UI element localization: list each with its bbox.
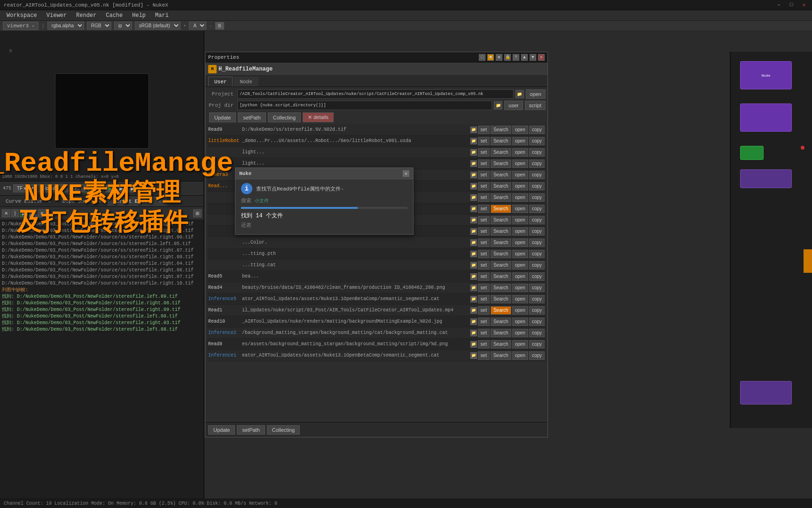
read-search-btn[interactable]: Search xyxy=(491,329,511,337)
read-search-btn[interactable]: Search xyxy=(491,148,511,157)
close-btn[interactable]: ✕ xyxy=(799,2,808,8)
read-search-btn[interactable]: Search xyxy=(491,351,511,360)
menu-workspace[interactable]: Workspace xyxy=(2,11,42,20)
read-set-btn[interactable]: set xyxy=(478,159,490,168)
read-copy-btn[interactable]: copy xyxy=(529,137,545,145)
read-folder-icon[interactable]: 📁 xyxy=(470,307,477,314)
read-copy-btn[interactable]: copy xyxy=(529,329,545,337)
read-copy-btn[interactable]: copy xyxy=(529,193,545,202)
read-search-btn[interactable]: Search xyxy=(491,284,511,292)
rgba-select[interactable]: rgba.alpha xyxy=(47,22,84,30)
read-set-btn[interactable]: set xyxy=(478,193,490,202)
read-folder-icon[interactable]: 📁 xyxy=(470,330,477,336)
read-open-btn[interactable]: open xyxy=(512,193,528,202)
read-set-btn[interactable]: set xyxy=(478,148,490,157)
read-search-btn[interactable]: Search xyxy=(491,250,511,258)
read-copy-btn[interactable]: copy xyxy=(529,227,545,236)
graph-node-green[interactable] xyxy=(740,146,764,160)
colorspace-select[interactable]: sRGB (default) xyxy=(135,22,180,30)
project-input[interactable] xyxy=(237,89,514,99)
read-search-btn[interactable]: Search xyxy=(491,171,511,179)
read-folder-icon[interactable]: 📁 xyxy=(470,183,477,190)
toolbar-active-btn[interactable]: || xyxy=(29,209,37,217)
read-folder-icon[interactable]: 📁 xyxy=(470,273,477,280)
tl-back-btn[interactable]: ◀ xyxy=(94,184,103,192)
menu-mari[interactable]: Mari xyxy=(150,11,173,20)
prop-close-icon[interactable]: ✕ xyxy=(538,54,545,61)
tl-prev-btn[interactable]: |◀ xyxy=(81,184,92,192)
bottom-setpath-btn[interactable]: setPath xyxy=(237,425,265,435)
read-copy-btn[interactable]: copy xyxy=(529,295,545,303)
read-open-btn[interactable]: open xyxy=(512,261,528,270)
read-set-btn[interactable]: set xyxy=(478,329,490,337)
tl-fwd-btn[interactable]: ▶ xyxy=(117,184,126,192)
read-search-btn[interactable]: Search xyxy=(491,216,511,224)
script-btn[interactable]: script xyxy=(525,101,546,110)
graph-node-3[interactable] xyxy=(740,169,792,188)
read-folder-icon[interactable]: 📁 xyxy=(470,239,477,246)
read-folder-icon[interactable]: 📁 xyxy=(470,206,477,212)
read-search-btn[interactable]: Search xyxy=(491,261,511,270)
tl-tf-select[interactable]: TF ▾ xyxy=(13,184,36,192)
read-folder-icon[interactable]: 📁 xyxy=(470,160,477,167)
read-folder-icon[interactable]: 📁 xyxy=(470,228,477,235)
read-search-btn[interactable]: Search xyxy=(491,340,511,349)
menu-viewer[interactable]: Viewer xyxy=(42,11,71,20)
read-folder-icon[interactable]: 📁 xyxy=(470,127,477,133)
tab-user[interactable]: User xyxy=(208,77,233,87)
read-folder-icon[interactable]: 📁 xyxy=(470,285,477,291)
bottom-update-btn[interactable]: Update xyxy=(208,425,235,435)
read-search-btn[interactable]: Search xyxy=(491,272,511,281)
read-set-btn[interactable]: set xyxy=(478,340,490,349)
read-open-btn[interactable]: open xyxy=(512,148,528,157)
prop-icon-2[interactable]: ⊞ xyxy=(496,54,502,61)
toolbar-clear-btn[interactable]: ✕ xyxy=(2,209,10,217)
prop-icon-help[interactable]: ? xyxy=(513,54,519,61)
read-set-btn[interactable]: set xyxy=(478,182,490,190)
read-open-btn[interactable]: open xyxy=(512,284,528,292)
read-open-btn[interactable]: open xyxy=(512,318,528,326)
read-open-btn[interactable]: open xyxy=(512,351,528,360)
read-folder-icon[interactable]: 📁 xyxy=(470,352,477,359)
read-set-btn[interactable]: set xyxy=(478,238,490,247)
menu-help[interactable]: Help xyxy=(127,11,150,20)
open-btn[interactable]: open xyxy=(526,89,546,99)
toolbar-run-btn[interactable]: ▶ xyxy=(20,209,28,217)
details-close-btn[interactable]: ✕ details xyxy=(303,112,334,122)
channel-select[interactable]: A xyxy=(189,22,206,30)
graph-node-bottom[interactable] xyxy=(740,381,792,405)
toolbar-close2-btn[interactable]: ✕ xyxy=(38,209,46,217)
read-copy-btn[interactable]: copy xyxy=(529,159,545,168)
read-open-btn[interactable]: open xyxy=(512,238,528,247)
read-set-btn[interactable]: set xyxy=(478,250,490,258)
read-search-btn[interactable]: Search xyxy=(491,182,511,190)
read-open-btn[interactable]: open xyxy=(512,205,528,213)
read-set-btn[interactable]: set xyxy=(478,216,490,224)
read-folder-icon[interactable]: 📁 xyxy=(470,194,477,201)
read-open-btn[interactable]: open xyxy=(512,227,528,236)
read-search-btn[interactable]: Search xyxy=(491,238,511,247)
read-open-btn[interactable]: open xyxy=(512,340,528,349)
read-copy-btn[interactable]: copy xyxy=(529,340,545,349)
read-open-btn[interactable]: open xyxy=(512,126,528,134)
read-search-btn[interactable]: Search xyxy=(491,227,511,236)
toolbar-misc-btn[interactable]: ⊞ xyxy=(193,209,202,217)
read-copy-btn[interactable]: copy xyxy=(529,284,545,292)
read-copy-btn[interactable]: copy xyxy=(529,126,545,134)
read-set-btn[interactable]: set xyxy=(478,137,490,145)
mode-select[interactable]: RGB xyxy=(87,22,111,30)
toolbar-tab1-btn[interactable]: | xyxy=(11,209,19,217)
read-copy-btn[interactable]: copy xyxy=(529,250,545,258)
update-btn[interactable]: Update xyxy=(209,112,236,122)
tl-refresh-btn[interactable]: ⟳ xyxy=(70,184,79,192)
read-folder-icon[interactable]: 📁 xyxy=(470,318,477,325)
read-set-btn[interactable]: set xyxy=(478,227,490,236)
graph-node-2[interactable] xyxy=(740,103,792,132)
read-search-btn[interactable]: Search xyxy=(491,205,511,213)
projdir-input[interactable] xyxy=(237,101,492,110)
read-copy-btn[interactable]: copy xyxy=(529,148,545,157)
bottom-collecting-btn[interactable]: Collecting xyxy=(267,425,300,435)
tl-play-btn[interactable]: ▶ xyxy=(105,184,115,192)
read-open-btn[interactable]: open xyxy=(512,182,528,190)
read-copy-btn[interactable]: copy xyxy=(529,318,545,326)
